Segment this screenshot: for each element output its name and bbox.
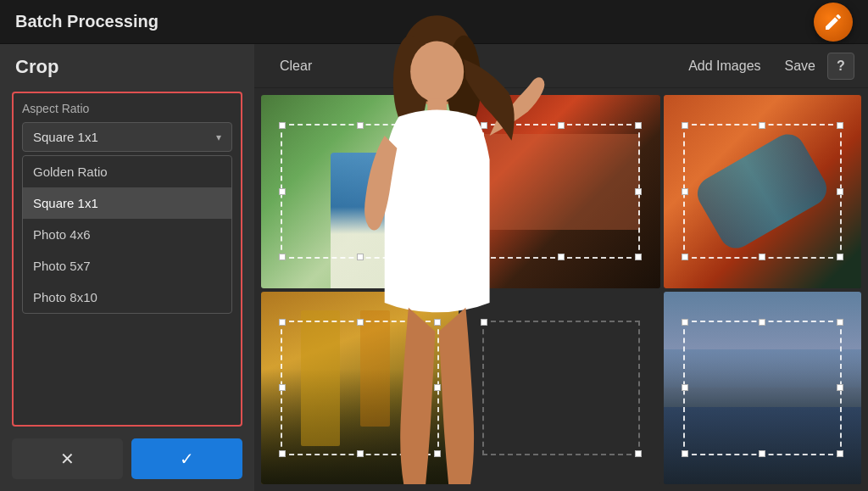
cancel-button[interactable]: ✕	[12, 438, 123, 479]
crop-handle-lake-l[interactable]	[682, 384, 688, 391]
crop-handle-street-tr[interactable]	[434, 319, 441, 326]
crop-overlay-street	[281, 321, 439, 455]
crop-handle-mb-tl[interactable]	[481, 319, 487, 326]
crop-handle-lake-r[interactable]	[837, 384, 843, 391]
sidebar-section-title: Crop	[12, 56, 242, 78]
image-cell-middle-bottom	[462, 292, 659, 485]
dropdown-option-photo-5x7[interactable]: Photo 5x7	[23, 250, 231, 282]
crop-overlay-lake	[683, 321, 842, 455]
toolbar: Clear Add Images Save ?	[254, 44, 868, 88]
aspect-ratio-section: Aspect Ratio Square 1x1 ▾ Golden Ratio S…	[12, 92, 242, 427]
help-button[interactable]: ?	[827, 53, 854, 80]
title-bar: Batch Processing	[0, 0, 868, 44]
crop-handle-lake-b[interactable]	[759, 450, 765, 457]
add-images-button[interactable]: Add Images	[676, 53, 772, 79]
crop-handle-street-l[interactable]	[279, 384, 286, 391]
content-area: Clear Add Images Save ?	[254, 44, 868, 491]
pencil-icon-button[interactable]	[814, 3, 853, 42]
crop-handle-train-t[interactable]	[558, 122, 565, 129]
dropdown-option-photo-8x10[interactable]: Photo 8x10	[23, 282, 231, 313]
crop-handle-train-tr[interactable]	[635, 122, 642, 129]
crop-handle-tr[interactable]	[434, 122, 441, 129]
cancel-icon: ✕	[60, 449, 75, 469]
crop-handle-tl[interactable]	[279, 122, 286, 129]
crop-handle-autumn-tl[interactable]	[682, 122, 688, 129]
sidebar-action-buttons: ✕ ✓	[12, 438, 242, 479]
crop-handle-train-l[interactable]	[481, 188, 487, 195]
image-grid	[254, 88, 868, 491]
dropdown-option-square-1x1[interactable]: Square 1x1	[23, 187, 231, 219]
image-cell-train	[462, 95, 659, 288]
crop-handle-street-t[interactable]	[357, 319, 364, 326]
image-cell-lake	[664, 292, 861, 485]
crop-overlay-middle-bottom	[482, 321, 641, 455]
crop-handle-br[interactable]	[434, 254, 441, 260]
crop-handle-street-b[interactable]	[357, 450, 364, 457]
crop-handle-l[interactable]	[279, 188, 286, 195]
crop-handle-lake-tr[interactable]	[837, 319, 843, 326]
confirm-icon: ✓	[180, 449, 194, 469]
crop-handle-train-tl[interactable]	[481, 122, 487, 129]
crop-handle-autumn-tr[interactable]	[837, 122, 843, 129]
image-cell-autumn	[664, 95, 861, 288]
crop-handle-b[interactable]	[357, 254, 364, 260]
crop-handle-street-tl[interactable]	[279, 319, 286, 326]
dropdown-option-golden-ratio[interactable]: Golden Ratio	[23, 156, 231, 187]
dropdown-option-photo-4x6[interactable]: Photo 4x6	[23, 219, 231, 250]
chevron-down-icon: ▾	[216, 131, 221, 143]
crop-handle-autumn-b[interactable]	[759, 254, 765, 260]
crop-overlay-greenhouse	[281, 124, 439, 259]
crop-handle-mb-br[interactable]	[635, 450, 642, 457]
crop-handle-train-b[interactable]	[558, 254, 565, 260]
crop-handle-lake-t[interactable]	[759, 319, 765, 326]
image-cell-greenhouse	[261, 95, 459, 288]
crop-handle-t[interactable]	[357, 122, 364, 129]
crop-handle-lake-br[interactable]	[837, 450, 843, 457]
crop-handle-train-bl[interactable]	[481, 254, 487, 260]
aspect-ratio-label: Aspect Ratio	[22, 102, 232, 115]
confirm-button[interactable]: ✓	[131, 438, 242, 479]
crop-handle-autumn-br[interactable]	[837, 254, 843, 260]
app-title: Batch Processing	[15, 12, 159, 31]
image-cell-street	[261, 292, 459, 485]
crop-handle-street-br[interactable]	[434, 450, 441, 457]
crop-handle-autumn-r[interactable]	[837, 188, 843, 195]
crop-handle-train-br[interactable]	[635, 254, 642, 260]
dropdown-list: Golden Ratio Square 1x1 Photo 4x6 Photo …	[22, 155, 232, 314]
dropdown-selected-value: Square 1x1	[33, 130, 98, 144]
crop-handle-r[interactable]	[434, 188, 441, 195]
save-button[interactable]: Save	[773, 53, 827, 79]
crop-overlay-autumn	[683, 124, 842, 259]
sidebar: Crop Aspect Ratio Square 1x1 ▾ Golden Ra…	[0, 44, 254, 491]
crop-handle-street-r[interactable]	[434, 384, 441, 391]
crop-handle-lake-tl[interactable]	[682, 319, 688, 326]
aspect-ratio-dropdown[interactable]: Square 1x1 ▾	[22, 122, 232, 152]
crop-handle-bl[interactable]	[279, 254, 286, 260]
crop-handle-lake-bl[interactable]	[682, 450, 688, 457]
crop-handle-autumn-l[interactable]	[682, 188, 688, 195]
crop-handle-train-r[interactable]	[635, 188, 642, 195]
crop-handle-street-bl[interactable]	[279, 450, 286, 457]
crop-overlay-train	[482, 124, 641, 259]
crop-handle-autumn-t[interactable]	[759, 122, 765, 129]
main-layout: Crop Aspect Ratio Square 1x1 ▾ Golden Ra…	[0, 44, 868, 491]
clear-button[interactable]: Clear	[268, 53, 324, 79]
crop-handle-autumn-bl[interactable]	[682, 254, 688, 260]
